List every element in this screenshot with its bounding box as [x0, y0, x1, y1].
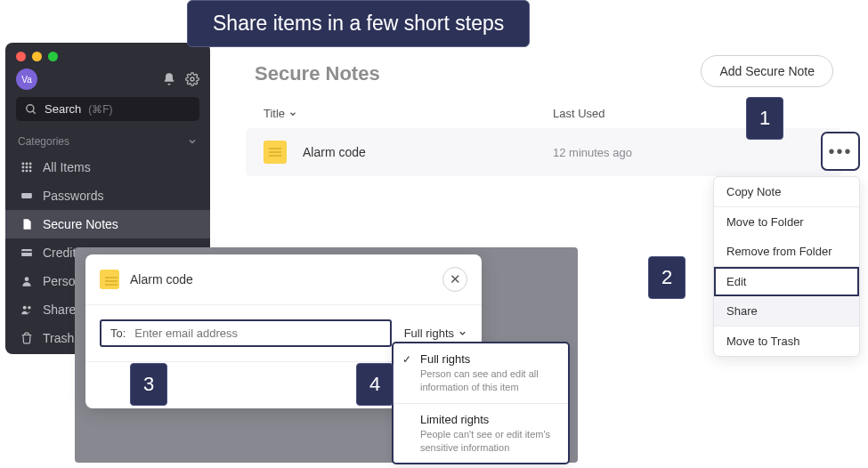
sidebar-item-label: Share [43, 303, 76, 317]
sidebar-item-label: Perso [43, 274, 76, 288]
sidebar-item-passwords[interactable]: Passwords [5, 182, 210, 210]
note-icon [264, 141, 287, 164]
svg-point-11 [29, 170, 32, 173]
svg-point-3 [21, 162, 24, 165]
sidebar-item-label: Trash [43, 331, 74, 345]
bell-icon[interactable] [162, 72, 176, 86]
close-window-icon[interactable] [16, 52, 26, 61]
search-input[interactable]: Search (⌘F) [16, 97, 199, 121]
context-menu: Copy Note Move to Folder Remove from Fol… [713, 176, 860, 357]
menu-share[interactable]: Share [714, 296, 859, 326]
svg-point-10 [26, 170, 28, 173]
maximize-window-icon[interactable] [48, 52, 58, 61]
search-icon [25, 103, 37, 116]
sidebar-item-all-items[interactable]: All Items [5, 153, 210, 182]
step-badge-1: 1 [746, 97, 783, 140]
sidebar-topbar: Va [5, 65, 210, 97]
dialog-header: Alarm code ✕ [85, 254, 482, 305]
rights-option-desc: People can't see or edit item's sensitiv… [420, 428, 557, 455]
avatar[interactable]: Va [16, 69, 37, 90]
close-icon: ✕ [450, 271, 461, 287]
note-title: Alarm code [303, 145, 366, 159]
rights-option-title: Full rights [420, 352, 557, 366]
menu-edit[interactable]: Edit [714, 267, 859, 296]
svg-point-1 [27, 104, 34, 111]
more-options-button[interactable]: ••• [821, 132, 860, 171]
check-icon: ✓ [402, 353, 411, 366]
note-icon [100, 270, 119, 289]
credit-card-icon [20, 246, 34, 260]
step-badge-2: 2 [648, 256, 685, 299]
close-button[interactable]: ✕ [442, 267, 467, 292]
svg-rect-12 [21, 193, 32, 198]
rights-option-full[interactable]: ✓ Full rights Person can see and edit al… [393, 343, 568, 403]
ellipsis-icon: ••• [828, 141, 852, 162]
people-icon [20, 303, 34, 317]
email-input[interactable] [134, 327, 268, 340]
sidebar-item-label: All Items [43, 160, 91, 174]
chevron-down-icon [187, 136, 198, 147]
step-badge-4: 4 [356, 363, 393, 406]
rights-dropdown: ✓ Full rights Person can see and edit al… [392, 342, 570, 464]
svg-point-9 [21, 170, 24, 173]
search-label: Search [45, 102, 81, 116]
svg-rect-14 [21, 251, 32, 253]
column-header-last-used: Last Used [553, 107, 605, 120]
svg-point-17 [28, 306, 31, 310]
rights-dropdown-button[interactable]: Full rights [404, 327, 467, 340]
sidebar-item-label: Passwords [43, 189, 103, 203]
menu-copy-note[interactable]: Copy Note [714, 177, 859, 206]
menu-move-to-trash[interactable]: Move to Trash [714, 327, 859, 356]
categories-label: Categories [18, 135, 69, 148]
svg-point-15 [25, 277, 29, 281]
person-icon [20, 274, 34, 288]
tutorial-banner: Share items in a few short steps [187, 0, 530, 47]
dialog-title: Alarm code [130, 272, 193, 286]
svg-point-8 [29, 166, 32, 169]
sidebar-item-label: Secure Notes [43, 217, 118, 231]
rights-option-title: Limited rights [420, 413, 557, 426]
svg-point-5 [29, 162, 32, 165]
svg-point-7 [26, 166, 28, 169]
grid-icon [20, 160, 34, 174]
svg-point-6 [21, 166, 24, 169]
to-label: To: [110, 327, 126, 340]
svg-point-0 [191, 77, 194, 81]
add-secure-note-button[interactable]: Add Secure Note [701, 55, 833, 87]
svg-line-2 [33, 110, 36, 113]
search-hint: (⌘F) [88, 103, 112, 116]
note-icon [20, 217, 34, 231]
menu-remove-from-folder[interactable]: Remove from Folder [714, 237, 859, 266]
rights-option-limited[interactable]: Limited rights People can't see or edit … [393, 403, 568, 464]
rights-option-desc: Person can see and edit all information … [420, 367, 557, 394]
column-header-title[interactable]: Title [264, 107, 297, 120]
password-icon [20, 189, 34, 203]
window-controls [5, 43, 210, 65]
svg-point-16 [23, 306, 27, 310]
menu-move-to-folder[interactable]: Move to Folder [714, 207, 859, 237]
chevron-down-icon [458, 328, 467, 338]
step-badge-3: 3 [130, 363, 167, 406]
chevron-down-icon [288, 109, 297, 118]
svg-point-4 [26, 162, 28, 165]
categories-header[interactable]: Categories [5, 130, 210, 153]
note-time: 12 minutes ago [553, 146, 632, 159]
minimize-window-icon[interactable] [32, 52, 42, 61]
trash-icon [20, 331, 34, 345]
sidebar-item-secure-notes[interactable]: Secure Notes [5, 210, 210, 238]
page-title: Secure Notes [255, 62, 380, 85]
to-field[interactable]: To: [100, 319, 392, 347]
gear-icon[interactable] [185, 72, 199, 86]
